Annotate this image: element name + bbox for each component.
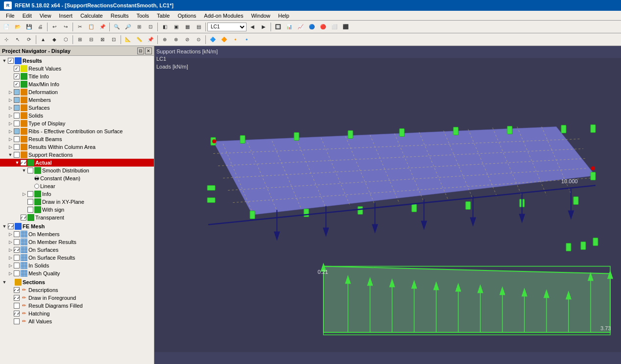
ribs-cb[interactable]: [14, 128, 20, 134]
sd-cb[interactable]: [27, 168, 33, 173]
tb2-11[interactable]: 📐: [123, 34, 133, 45]
tree-draw-xy[interactable]: Draw in XY-Plane: [0, 198, 154, 206]
tb2-4[interactable]: ▲: [38, 34, 49, 45]
desc-cb[interactable]: ✓: [14, 287, 20, 293]
tb2-9[interactable]: ⊠: [97, 34, 108, 45]
tb2-14[interactable]: ⊕: [159, 34, 170, 45]
cm-radio[interactable]: [34, 176, 39, 181]
rb-toggle[interactable]: ▷: [7, 136, 14, 143]
tb-save2[interactable]: 🖨: [35, 22, 46, 32]
rd-cb[interactable]: [14, 303, 20, 309]
tb2-19[interactable]: 🔶: [219, 34, 229, 45]
df-cb[interactable]: ✓: [14, 295, 20, 301]
tree-linear[interactable]: Linear: [0, 182, 154, 190]
sr-cb[interactable]: [14, 152, 20, 158]
menu-file[interactable]: File: [2, 11, 19, 21]
tree-constant-mean[interactable]: Constant (Mean): [0, 174, 154, 182]
sol-cb[interactable]: [14, 113, 20, 119]
omr-toggle[interactable]: ▷: [7, 239, 14, 245]
tree-result-values[interactable]: ▷ Result Values: [0, 65, 154, 73]
om-toggle[interactable]: ▷: [7, 231, 14, 238]
mm-cb[interactable]: [14, 81, 20, 87]
mq-toggle[interactable]: ▷: [7, 270, 14, 277]
tb-open[interactable]: 📂: [12, 22, 23, 32]
tree-fe-mesh[interactable]: ▼ ✓ FE Mesh: [0, 222, 154, 230]
menu-options[interactable]: Options: [174, 11, 200, 21]
sol-toggle[interactable]: ▷: [7, 112, 14, 119]
tr-cb[interactable]: ✓: [21, 215, 26, 220]
tb-prev[interactable]: ◀: [247, 22, 258, 32]
tb-redo[interactable]: ↪: [60, 22, 71, 32]
tb2-6[interactable]: ⬡: [60, 34, 71, 45]
menu-help[interactable]: Help: [274, 11, 294, 21]
tb-zoom-out[interactable]: 🔎: [123, 22, 133, 32]
tod-cb[interactable]: [14, 121, 20, 126]
ti-cb[interactable]: [14, 73, 20, 79]
menu-results[interactable]: Results: [107, 11, 133, 21]
def-cb[interactable]: [14, 89, 20, 95]
tb2-21[interactable]: 🔹: [241, 34, 252, 45]
tb-cut[interactable]: ✂: [75, 22, 85, 32]
results-toggle[interactable]: ▼: [1, 57, 8, 64]
tb2-7[interactable]: ⊞: [75, 34, 85, 45]
tree-members[interactable]: ▷ Members: [0, 96, 154, 104]
sur-cb[interactable]: [14, 105, 20, 111]
tree-on-surfaces[interactable]: ▷ ✓ On Surfaces: [0, 246, 154, 254]
mem-cb[interactable]: [14, 97, 20, 103]
tb-zoom-fit[interactable]: ⊞: [134, 22, 145, 32]
tb-zoom-sel[interactable]: ⊡: [145, 22, 156, 32]
tb-next[interactable]: ▶: [258, 22, 269, 32]
tree-info-actual[interactable]: ▷ Info: [0, 190, 154, 198]
rw-cb[interactable]: [14, 144, 20, 150]
tree-title-info[interactable]: Title Info: [0, 73, 154, 80]
tb-r1[interactable]: 🔲: [273, 22, 283, 32]
is-cb[interactable]: [14, 263, 20, 268]
mem-toggle[interactable]: ▷: [7, 97, 14, 103]
info-a-cb[interactable]: [27, 191, 33, 197]
tree-in-solids[interactable]: ▷ In Solids: [0, 262, 154, 269]
tb-save[interactable]: 💾: [24, 22, 34, 32]
rb-cb[interactable]: [14, 136, 20, 142]
tb2-17[interactable]: ⊙: [193, 34, 204, 45]
tb2-16[interactable]: ⊘: [182, 34, 193, 45]
tree-support-reactions[interactable]: ▼ Support Reactions: [0, 151, 154, 159]
osr-cb[interactable]: [14, 255, 20, 261]
tree-maxmin[interactable]: Max/Min Info: [0, 80, 154, 88]
tb-b1[interactable]: ◧: [159, 22, 170, 32]
tree-result-beams[interactable]: ▷ Result Beams: [0, 135, 154, 143]
hat-cb[interactable]: ✓: [14, 311, 20, 316]
tb-r7[interactable]: ⬛: [340, 22, 351, 32]
tree-result-diagrams[interactable]: ✏ Result Diagrams Filled: [0, 302, 154, 310]
tb-new[interactable]: 📄: [1, 22, 12, 32]
tb-r5[interactable]: 🔴: [318, 22, 328, 32]
tree-sections-root[interactable]: ▼ Sections: [0, 278, 154, 286]
sec-toggle[interactable]: ▼: [1, 279, 8, 286]
is-toggle[interactable]: ▷: [7, 262, 14, 269]
lin-radio[interactable]: [34, 184, 39, 189]
menu-window[interactable]: Window: [247, 11, 274, 21]
tb2-2[interactable]: ↖: [12, 34, 23, 45]
tb-undo[interactable]: ↩: [49, 22, 60, 32]
rv-cb[interactable]: [14, 66, 20, 72]
om-cb[interactable]: [14, 231, 20, 237]
sd-toggle[interactable]: ▼: [21, 167, 27, 174]
tb2-10[interactable]: ⊡: [108, 34, 119, 45]
menu-addon[interactable]: Add-on Modules: [200, 11, 247, 21]
menu-insert[interactable]: Insert: [55, 11, 76, 21]
tree-all-values[interactable]: ✏ All Values: [0, 317, 154, 325]
tree-transparent[interactable]: ✓ Transparent: [0, 214, 154, 221]
tb2-3[interactable]: ⟳: [24, 34, 34, 45]
tree-with-sign[interactable]: With sign: [0, 206, 154, 214]
tree-descriptions[interactable]: ✓ ✏ Descriptions: [0, 286, 154, 294]
tree-draw-foreground[interactable]: ✓ ✏ Draw in Foreground: [0, 294, 154, 302]
tree-results[interactable]: ▼ Results: [0, 57, 154, 65]
dxy-cb[interactable]: [27, 199, 33, 205]
tb-paste[interactable]: 📌: [97, 22, 108, 32]
tb-r6[interactable]: ⬜: [329, 22, 340, 32]
tree-surfaces[interactable]: ▷ Surfaces: [0, 104, 154, 112]
tree-mesh-quality[interactable]: ▷ Mesh Quality: [0, 269, 154, 277]
tree-on-surface-results[interactable]: ▷ On Surface Results: [0, 254, 154, 262]
tb2-13[interactable]: 📌: [145, 34, 156, 45]
fem-cb[interactable]: ✓: [8, 223, 14, 229]
tb2-18[interactable]: 🔷: [207, 34, 218, 45]
